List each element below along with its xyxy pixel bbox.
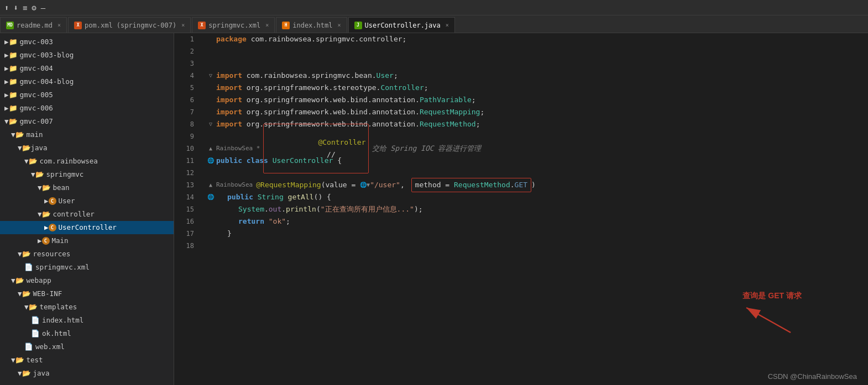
tab-readme[interactable]: MD readme.md ×	[0, 17, 67, 33]
import7-semi: ;	[480, 106, 484, 118]
sidebar-item-resources[interactable]: ▼ 📂 resources	[0, 247, 174, 261]
brace-close17: }	[227, 228, 232, 240]
arrow-svg	[735, 302, 802, 335]
sidebar-item-index-html[interactable]: 📄 index.html	[0, 314, 174, 327]
folder-symbol-com: 📂	[29, 156, 38, 167]
import8-class: RequestMethod	[420, 118, 476, 130]
sidebar-item-gmvc007[interactable]: ▼ 📂 gmvc-007	[0, 115, 174, 128]
kw-import8: import	[216, 118, 247, 130]
sidebar-item-bean[interactable]: ▼ 📂 bean	[0, 181, 174, 194]
tab-springmvc[interactable]: X springmvc.xml ×	[192, 17, 275, 33]
rm-comma: ,	[400, 179, 409, 191]
sidebar-item-controller[interactable]: ▼ 📂 controller	[0, 208, 174, 221]
sidebar-label-com: com.rainbowsea	[40, 156, 98, 167]
sidebar-item-main[interactable]: ▼ 📂 main	[0, 128, 174, 141]
sidebar-item-gmvc004blog[interactable]: ▶ 📁 gmvc-004-blog	[0, 75, 174, 88]
sidebar-label-webapp: webapp	[27, 275, 51, 286]
tab-close-springmvc[interactable]: ×	[265, 22, 269, 28]
toolbar-icon-3[interactable]: ≡	[23, 3, 27, 12]
sidebar-item-user[interactable]: ▶ C User	[0, 194, 174, 208]
sidebar-item-gmvc004[interactable]: ▶ 📁 gmvc-004	[0, 62, 174, 75]
code-editor[interactable]: 1 2 3 4 5 6 7 8 9 10 11 12 13 14 15 16 1…	[174, 33, 868, 385]
sidebar-item-mainclass[interactable]: ▶ C Main	[0, 234, 174, 247]
gutter-4: ▽	[205, 70, 216, 82]
expand-icon-java2: ▼	[4, 368, 22, 379]
import5-pkg: org.springframework.stereotype.	[247, 82, 381, 94]
sidebar-item-webinf[interactable]: ▼ 📂 WEB-INF	[0, 287, 174, 300]
cls-system: System	[238, 203, 264, 215]
toolbar-icon-5[interactable]: —	[41, 3, 45, 12]
tab-label-pom: pom.xml (springmvc-007)	[85, 22, 176, 29]
kw-import5: import	[216, 82, 247, 94]
xml-icon-springmvc: 📄	[24, 262, 33, 273]
tab-pom[interactable]: X pom.xml (springmvc-007) ×	[68, 17, 191, 33]
code-line-13: ▲ RainbowSea @RequestMapping(value = 🌐▼"…	[205, 179, 857, 191]
sidebar-label-uc: UserController	[59, 222, 117, 233]
tab-close-index[interactable]: ×	[337, 22, 341, 28]
folder-icon-gmvc003: ▶	[4, 36, 9, 48]
tab-close-usercontroller[interactable]: ×	[446, 22, 449, 28]
code-line-16: return "ok";	[205, 215, 857, 228]
parens14: () {	[314, 191, 331, 203]
tab-label-readme: readme.md	[17, 22, 53, 29]
toolbar-icon-4[interactable]: ⚙	[32, 3, 36, 12]
sidebar-label-user: User	[59, 196, 75, 207]
sidebar-item-ok-html[interactable]: 📄 ok.html	[0, 327, 174, 340]
sidebar-item-web-xml[interactable]: 📄 web.xml	[0, 340, 174, 354]
ln-5: 5	[179, 82, 194, 94]
kw-import6: import	[216, 94, 247, 106]
kw-public14: public	[227, 191, 258, 203]
sidebar-label-java2: java	[33, 368, 50, 379]
rm-paren-open: (value =	[321, 179, 360, 191]
ln-12: 12	[179, 167, 194, 179]
tab-icon-index: H	[282, 22, 290, 29]
folder-symbol-bean: 📂	[42, 182, 51, 193]
paren15: (	[316, 203, 321, 215]
sidebar-item-springmvc[interactable]: ▼ 📂 springmvc	[0, 168, 174, 181]
sidebar-item-java[interactable]: ▼ 📂 java	[0, 141, 174, 155]
ln-8: 8	[179, 118, 194, 130]
sidebar-item-gmvc003blog[interactable]: ▶ 📁 gmvc-003-blog	[0, 49, 174, 62]
sidebar-item-gmvc005[interactable]: ▶ 📁 gmvc-005	[0, 88, 174, 102]
toolbar: ⬆ ⬇ ≡ ⚙ —	[0, 0, 868, 15]
import5-class: Controller	[380, 82, 423, 94]
tab-close-readme[interactable]: ×	[57, 22, 61, 28]
toolbar-icon-2[interactable]: ⬇	[13, 3, 18, 12]
folder-symbol-test: 📂	[15, 355, 24, 366]
sidebar-item-usercontroller[interactable]: ▶ C UserController	[0, 221, 174, 234]
sidebar-item-gmvc006[interactable]: ▶ 📁 gmvc-006	[0, 102, 174, 115]
ln-7: 7	[179, 106, 194, 118]
toolbar-icon-1[interactable]: ⬆	[4, 3, 9, 12]
expand-icon-webinf: ▼	[4, 288, 22, 299]
ln-11: 11	[179, 155, 194, 167]
tab-close-pom[interactable]: ×	[181, 22, 185, 28]
tab-label-usercontroller: UserController.java	[365, 22, 441, 29]
sidebar-label-indexhtml: index.html	[42, 315, 83, 326]
code-line-1: package com.rainbowsea.springmvc.control…	[205, 33, 857, 45]
sidebar-item-test[interactable]: ▼ 📂 test	[0, 354, 174, 367]
sidebar-label-gmvc004blog: gmvc-004-blog	[20, 76, 74, 87]
import6-semi: ;	[472, 94, 476, 106]
ln-14: 14	[179, 191, 194, 203]
sidebar-item-springmvc-xml[interactable]: 📄 springmvc.xml	[0, 261, 174, 274]
sidebar-item-java2[interactable]: ▼ 📂 java	[0, 367, 174, 380]
ln-13: 13	[179, 179, 194, 191]
folder-symbol-gmvc004blog: 📁	[9, 76, 18, 87]
tab-bar: MD readme.md × X pom.xml (springmvc-007)…	[0, 15, 868, 33]
java-icon-uc: C	[49, 224, 56, 231]
sidebar-item-com-rainbowsea[interactable]: ▼ 📂 com.rainbowsea	[0, 155, 174, 168]
import4-class: User	[377, 70, 394, 82]
gutter-14: 🌐	[205, 191, 216, 203]
sidebar-item-webapp[interactable]: ▼ 📂 webapp	[0, 274, 174, 287]
folder-symbol-webapp: 📂	[15, 275, 24, 286]
tab-index[interactable]: H index.html ×	[276, 17, 347, 33]
ln-4: 4	[179, 70, 194, 82]
rm-method-kw: method =	[415, 181, 454, 189]
sidebar-label-gmvc003: gmvc-003	[20, 36, 53, 48]
code-line-17: }	[205, 228, 857, 240]
pkg-name: com.rainbowsea.springmvc.controller;	[251, 33, 407, 45]
sidebar-item-templates[interactable]: ▼ 📂 templates	[0, 300, 174, 314]
folder-icon-gmvc006: ▶	[4, 103, 9, 114]
sidebar-item-gmvc003[interactable]: ▶ 📁 gmvc-003	[0, 35, 174, 49]
tab-usercontroller[interactable]: J UserController.java ×	[348, 17, 455, 33]
